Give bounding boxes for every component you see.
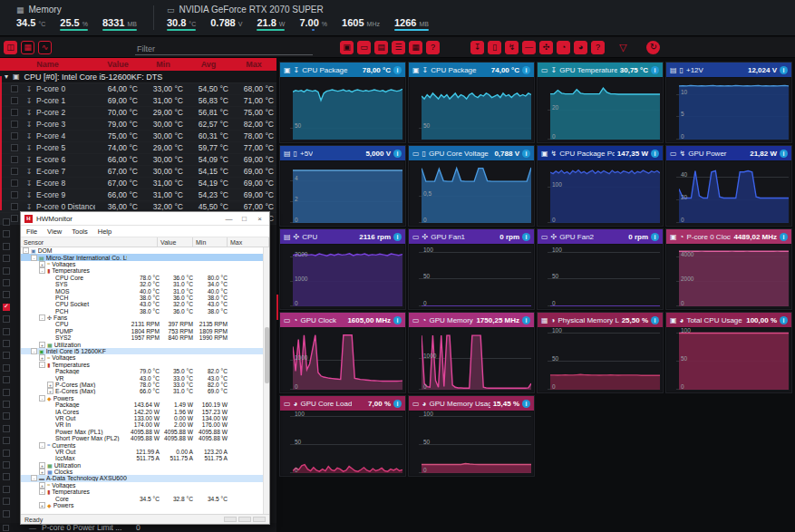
hwmonitor-tree-row[interactable]: -▮Temperatures — [21, 488, 269, 495]
hwmonitor-tree-row[interactable]: Power Max (PL1)4095.88 W4095.88 W4095.88… — [21, 429, 269, 435]
hwmonitor-tree-row[interactable]: VR43.0 °C33.0 °C43.0 °C — [21, 374, 269, 381]
sensor-row[interactable]: ↧P-core 270,00 °C29,00 °C56,81 °C75,00 °… — [0, 107, 276, 119]
info-icon[interactable]: i — [651, 233, 659, 241]
column-header-max[interactable]: Max — [231, 60, 276, 69]
hwmonitor-tree-row[interactable]: IccMax511.75 A511.75 A511.75 A — [21, 455, 269, 461]
info-icon[interactable]: i — [522, 233, 530, 241]
menu-view[interactable]: View — [47, 227, 62, 236]
row-checkbox[interactable] — [3, 412, 10, 420]
hwmonitor-tree-row[interactable]: VR In174.00 W2.00 W176.00 W — [21, 421, 269, 428]
expand-toggle-icon[interactable]: + — [39, 502, 45, 508]
expand-toggle-icon[interactable]: - — [31, 475, 37, 481]
sensor-row[interactable]: ↧P-core 064,00 °C33,00 °C54,50 °C68,00 °… — [0, 83, 276, 95]
hwmonitor-tree-row[interactable]: +▦Utilization — [21, 462, 269, 469]
hwmonitor-tree-row[interactable]: SYS32.0 °C31.0 °C34.0 °C — [21, 281, 269, 287]
expand-toggle-icon[interactable]: + — [39, 482, 45, 488]
row-checkbox[interactable] — [3, 291, 10, 298]
hwm-column-min[interactable]: Min — [193, 237, 228, 247]
system-filter-button[interactable]: ▣ — [340, 41, 354, 54]
sensor-row[interactable]: ↧E-core 867,00 °C31,00 °C54,19 °C69,00 °… — [0, 178, 276, 189]
expand-toggle-icon[interactable]: + — [39, 469, 45, 475]
hwmonitor-titlebar[interactable]: H HWMonitor — □ × — [21, 212, 269, 226]
expand-toggle-icon[interactable]: - — [39, 488, 45, 495]
row-checkbox[interactable] — [3, 352, 10, 359]
tile-header[interactable]: ▭✣GPU Fan20 rpmi — [538, 229, 663, 244]
maximize-button[interactable]: □ — [238, 215, 250, 223]
info-icon[interactable]: i — [522, 316, 530, 324]
hwmonitor-tree-row[interactable]: -▣Intel Core i5 12600KF — [21, 348, 269, 354]
sensor-row[interactable]: ↧P-core 169,00 °C31,00 °C56,83 °C71,00 °… — [0, 95, 276, 107]
reset-values-button[interactable]: ↻ — [646, 41, 660, 54]
hwmonitor-tree-row[interactable]: IA Cores142.20 W1.96 W157.23 W — [21, 408, 269, 414]
hwmonitor-tree-row[interactable]: +▦Utilization — [21, 341, 269, 347]
info-icon[interactable]: i — [651, 66, 659, 74]
expand-toggle-icon[interactable]: - — [39, 395, 45, 401]
hwmonitor-tree-row[interactable]: -≈Currents — [21, 441, 269, 448]
expand-toggle-icon[interactable]: + — [47, 382, 53, 388]
info-icon[interactable]: i — [522, 66, 530, 74]
info-icon[interactable]: i — [393, 66, 402, 74]
expand-toggle-icon[interactable]: - — [39, 362, 45, 368]
hwmonitor-tree-row[interactable]: -▮Temperatures — [21, 362, 269, 368]
hwmonitor-tree-row[interactable]: PCH38.0 °C36.0 °C38.0 °C — [21, 308, 269, 314]
expand-toggle-icon[interactable]: + — [39, 342, 45, 348]
info-icon[interactable]: i — [393, 233, 402, 241]
graph-view-button[interactable]: ∿ — [38, 41, 52, 54]
info-icon[interactable]: i — [651, 150, 659, 158]
storage-filter-button[interactable]: ▤ — [374, 41, 388, 54]
tile-header[interactable]: ▦◑Physical Memory Load25,50 %i — [538, 313, 663, 327]
info-icon[interactable]: i — [780, 233, 788, 241]
row-checkbox[interactable] — [3, 401, 10, 408]
graph-grid-scrollbar[interactable] — [276, 295, 278, 320]
power-filter-button[interactable]: ↯ — [505, 41, 519, 54]
expand-toggle-icon[interactable]: + — [39, 354, 45, 361]
tile-header[interactable]: ▤▯+5V5,000 Vi — [280, 146, 405, 160]
expand-toggle-icon[interactable]: + — [39, 462, 45, 469]
row-checkbox[interactable] — [3, 267, 10, 275]
row-checkbox[interactable] — [3, 315, 10, 323]
hwmonitor-tree-row[interactable]: Package143.64 W1.49 W160.19 W — [21, 401, 269, 408]
usage-filter-button[interactable]: ◕ — [574, 41, 587, 54]
temperature-filter-button[interactable]: ↧ — [470, 41, 484, 54]
hwmonitor-tree-row[interactable]: +◆Powers — [21, 502, 269, 508]
tile-header[interactable]: ▭▯GPU Core Voltage0,788 Vi — [409, 146, 534, 160]
hwmonitor-tree-row[interactable]: +E-Cores (Max)66.0 °C31.0 °C69.0 °C — [21, 388, 269, 394]
tile-header[interactable]: ▣◕Total CPU Usage100,00 %i — [666, 313, 791, 327]
hwmonitor-tree-row[interactable]: VR Out133.00 W0.00 W134.00 W — [21, 415, 269, 421]
close-button[interactable]: × — [254, 215, 266, 223]
tile-header[interactable]: ▭◔GPU Clock1605,00 MHzi — [280, 313, 405, 327]
hwmonitor-tree-row[interactable]: +P-Cores (Max)78.0 °C33.0 °C82.0 °C — [21, 382, 269, 388]
clock-filter-button[interactable]: ◔ — [557, 41, 570, 54]
row-checkbox[interactable] — [3, 279, 10, 286]
row-checkbox[interactable] — [3, 510, 10, 517]
unknown-source-button[interactable]: ? — [426, 41, 440, 54]
row-checkbox[interactable] — [3, 304, 10, 311]
menu-help[interactable]: Help — [98, 227, 111, 236]
voltage-filter-button[interactable]: ▯ — [488, 41, 501, 54]
hwm-column-value[interactable]: Value — [158, 237, 193, 247]
hwmonitor-tree-row[interactable]: Package79.0 °C35.0 °C82.0 °C — [21, 368, 269, 374]
info-icon[interactable]: i — [780, 150, 788, 158]
hwmonitor-tree-row[interactable]: Core34.5 °C32.8 °C34.5 °C — [21, 495, 269, 501]
sensor-panel-scrollbar[interactable] — [0, 76, 2, 210]
row-checkbox[interactable] — [3, 498, 10, 505]
menu-file[interactable]: File — [26, 227, 37, 236]
memory-filter-button[interactable]: ▦ — [409, 41, 422, 54]
hwmonitor-tree-row[interactable]: Short Power Max (PL2)4095.88 W4095.88 W4… — [21, 435, 269, 441]
expand-toggle-icon[interactable]: - — [23, 247, 29, 254]
hwmonitor-tree-row[interactable]: -▬A-Data Technology AXSU6000C... — [21, 475, 269, 481]
row-checkbox[interactable] — [3, 425, 10, 432]
hwmonitor-tree-row[interactable]: CPU2131 RPM397 RPM2135 RPM — [21, 321, 269, 327]
row-checkbox[interactable] — [3, 255, 10, 262]
hwmonitor-tree-row[interactable]: MOS40.0 °C31.0 °C40.0 °C — [21, 287, 269, 294]
funnel-icon[interactable]: ▽ — [619, 42, 626, 53]
hwmonitor-tree-row[interactable]: +≈Voltages — [21, 482, 269, 488]
bottom-row-checkbox[interactable] — [3, 525, 9, 531]
sensor-row[interactable]: ↧P-core 574,00 °C29,00 °C59,77 °C77,00 °… — [0, 142, 276, 154]
hwmonitor-tree-row[interactable]: CPU Core78.0 °C36.0 °C80.0 °C — [21, 275, 269, 281]
row-checkbox[interactable] — [3, 450, 10, 457]
sensor-row[interactable]: ↧E-core 767,00 °C30,00 °C54,15 °C69,00 °… — [0, 166, 276, 178]
tile-header[interactable]: ▭✣GPU Fan10 rpmi — [409, 229, 534, 244]
tile-header[interactable]: ▣↧CPU Package74,00 °Ci — [409, 63, 534, 77]
table-view-button[interactable]: ▦ — [21, 41, 34, 54]
